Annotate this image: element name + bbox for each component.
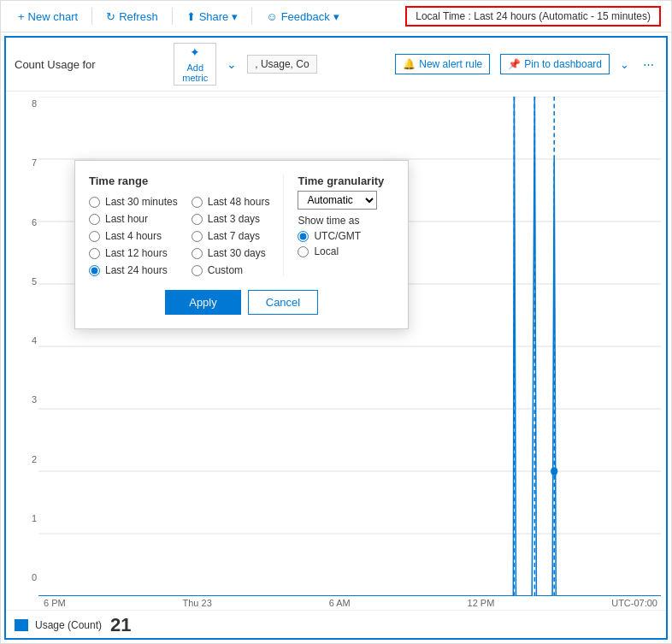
chart-toolbar: Count Usage for ✦ Addmetric ⌄ , Usage, C… bbox=[6, 38, 666, 92]
popup-footer: Apply Cancel bbox=[89, 290, 394, 315]
granularity-select[interactable]: Automatic 1 minute 5 minutes 15 minutes … bbox=[298, 191, 377, 210]
radio-custom[interactable] bbox=[192, 265, 203, 276]
option-4hours[interactable]: Last 4 hours bbox=[89, 230, 178, 242]
new-chart-label: New chart bbox=[28, 10, 79, 23]
time-range-text: Local Time : Last 24 hours (Automatic - … bbox=[416, 10, 651, 22]
time-range-col-left: Last 30 minutes Last hour Last 4 hours bbox=[89, 196, 178, 276]
share-chevron-icon: ▾ bbox=[232, 10, 238, 23]
granularity-section: Time granularity Automatic 1 minute 5 mi… bbox=[283, 174, 394, 276]
x-label-thu23: Thu 23 bbox=[183, 598, 212, 608]
granularity-title: Time granularity bbox=[298, 174, 394, 187]
radio-3days[interactable] bbox=[192, 214, 203, 225]
label-30days: Last 30 days bbox=[208, 247, 266, 259]
chart-title: Count Usage for bbox=[15, 58, 96, 71]
legend-color-swatch bbox=[15, 619, 28, 631]
radio-24hours[interactable] bbox=[89, 265, 100, 276]
cancel-button[interactable]: Cancel bbox=[248, 290, 318, 315]
option-7days[interactable]: Last 7 days bbox=[192, 230, 270, 242]
refresh-label: Refresh bbox=[119, 10, 158, 23]
pin-dashboard-button[interactable]: 📌 Pin to dashboard bbox=[500, 54, 610, 74]
label-24hours: Last 24 hours bbox=[105, 264, 168, 276]
x-label-6pm: 6 PM bbox=[44, 598, 66, 608]
time-range-col-right: Last 48 hours Last 3 days Last 7 days bbox=[192, 196, 270, 276]
label-custom: Custom bbox=[208, 264, 243, 276]
share-button[interactable]: ⬆ Share ▾ bbox=[180, 7, 245, 27]
label-30min: Last 30 minutes bbox=[105, 196, 178, 208]
divider-2 bbox=[172, 8, 173, 25]
radio-4hours[interactable] bbox=[89, 231, 100, 242]
more-options-button[interactable]: ⋯ bbox=[640, 55, 657, 74]
radio-utc[interactable] bbox=[298, 231, 309, 242]
legend-value: 21 bbox=[109, 614, 131, 636]
add-metric-label: Addmetric bbox=[182, 62, 208, 83]
option-24hours[interactable]: Last 24 hours bbox=[89, 264, 178, 276]
x-axis-labels: 6 PM Thu 23 6 AM 12 PM UTC-07:00 bbox=[6, 596, 666, 610]
apply-button[interactable]: Apply bbox=[165, 290, 241, 315]
new-alert-label: New alert rule bbox=[419, 58, 482, 70]
option-30days[interactable]: Last 30 days bbox=[192, 247, 270, 259]
new-alert-button[interactable]: 🔔 New alert rule bbox=[395, 54, 490, 74]
label-3days: Last 3 days bbox=[208, 213, 260, 225]
alert-icon: 🔔 bbox=[403, 58, 416, 70]
option-3days[interactable]: Last 3 days bbox=[192, 213, 270, 225]
add-metric-icon: ✦ bbox=[190, 45, 200, 59]
svg-point-12 bbox=[551, 467, 557, 476]
label-local: Local bbox=[314, 245, 339, 257]
add-metric-button[interactable]: ✦ Addmetric bbox=[174, 43, 216, 86]
label-utc: UTC/GMT bbox=[314, 230, 361, 242]
x-label-6am: 6 AM bbox=[329, 598, 351, 608]
option-12hours[interactable]: Last 12 hours bbox=[89, 247, 178, 259]
filter-tag-text: , Usage, Co bbox=[255, 58, 309, 70]
divider-1 bbox=[91, 8, 92, 25]
show-time-label: Show time as bbox=[298, 215, 394, 227]
y-axis-labels: 8 7 6 5 4 3 2 1 0 bbox=[9, 98, 37, 582]
expand-icon[interactable]: ⌄ bbox=[223, 56, 240, 73]
refresh-button[interactable]: ↻ Refresh bbox=[99, 7, 165, 27]
chart-legend: Usage (Count) 21 bbox=[6, 610, 666, 638]
label-1hour: Last hour bbox=[105, 213, 148, 225]
pin-icon: 📌 bbox=[508, 58, 521, 70]
option-utc[interactable]: UTC/GMT bbox=[298, 230, 394, 242]
new-chart-button[interactable]: + New chart bbox=[11, 7, 85, 27]
time-range-section: Time range Last 30 minutes Last hour bbox=[89, 174, 269, 276]
time-range-title: Time range bbox=[89, 174, 269, 187]
radio-48hours[interactable] bbox=[192, 197, 203, 208]
option-30min[interactable]: Last 30 minutes bbox=[89, 196, 178, 208]
radio-1hour[interactable] bbox=[89, 214, 100, 225]
main-toolbar: + New chart ↻ Refresh ⬆ Share ▾ ☺ Feedba… bbox=[1, 1, 671, 32]
radio-30days[interactable] bbox=[192, 248, 203, 259]
share-label: Share bbox=[199, 10, 229, 23]
option-48hours[interactable]: Last 48 hours bbox=[192, 196, 270, 208]
expand-chart-button[interactable]: ⌄ bbox=[616, 55, 633, 74]
share-icon: ⬆ bbox=[186, 10, 196, 23]
label-7days: Last 7 days bbox=[208, 230, 260, 242]
time-range-popup: Time range Last 30 minutes Last hour bbox=[74, 160, 409, 329]
time-range-badge[interactable]: Local Time : Last 24 hours (Automatic - … bbox=[405, 6, 661, 27]
option-local[interactable]: Local bbox=[298, 245, 394, 257]
label-12hours: Last 12 hours bbox=[105, 247, 168, 259]
radio-local[interactable] bbox=[298, 246, 309, 257]
feedback-icon: ☺ bbox=[266, 10, 277, 23]
option-1hour[interactable]: Last hour bbox=[89, 213, 178, 225]
label-48hours: Last 48 hours bbox=[208, 196, 270, 208]
radio-7days[interactable] bbox=[192, 231, 203, 242]
pin-dashboard-label: Pin to dashboard bbox=[524, 58, 602, 70]
divider-3 bbox=[251, 8, 252, 25]
feedback-label: Feedback bbox=[281, 10, 330, 23]
label-4hours: Last 4 hours bbox=[105, 230, 162, 242]
chart-area: Count Usage for ✦ Addmetric ⌄ , Usage, C… bbox=[4, 36, 668, 640]
x-label-12pm: 12 PM bbox=[468, 598, 495, 608]
x-label-utc: UTC-07:00 bbox=[611, 598, 657, 608]
radio-30min[interactable] bbox=[89, 197, 100, 208]
plus-icon: + bbox=[18, 10, 25, 23]
feedback-chevron-icon: ▾ bbox=[333, 10, 339, 23]
feedback-button[interactable]: ☺ Feedback ▾ bbox=[259, 7, 345, 27]
radio-12hours[interactable] bbox=[89, 248, 100, 259]
legend-label: Usage (Count) bbox=[35, 619, 102, 631]
option-custom[interactable]: Custom bbox=[192, 264, 270, 276]
filter-tag[interactable]: , Usage, Co bbox=[247, 55, 316, 74]
refresh-icon: ↻ bbox=[106, 10, 115, 23]
